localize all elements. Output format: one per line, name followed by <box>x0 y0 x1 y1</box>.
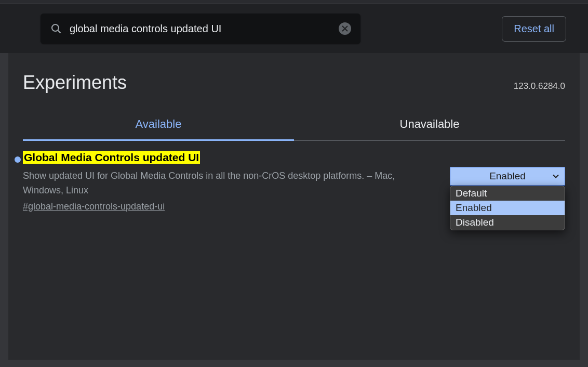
window-top-strip <box>0 0 588 4</box>
flag-title: Global Media Controls updated UI <box>23 151 200 164</box>
clear-search-button[interactable] <box>339 22 351 35</box>
close-icon <box>342 25 348 32</box>
flag-row: Global Media Controls updated UI Show up… <box>23 141 565 212</box>
modified-indicator-icon <box>15 156 21 163</box>
flag-main: Global Media Controls updated UI Show up… <box>23 151 450 212</box>
flag-description: Show updated UI for Global Media Control… <box>23 169 428 198</box>
search-input[interactable] <box>70 23 331 35</box>
svg-line-1 <box>58 30 60 33</box>
flag-control: Enabled Default Enabled Disabled <box>450 151 565 212</box>
flag-hash-link[interactable]: #global-media-controls-updated-ui <box>23 201 165 212</box>
tab-available[interactable]: Available <box>23 108 294 141</box>
experiments-panel: Experiments 123.0.6284.0 Available Unava… <box>8 53 580 360</box>
tabs: Available Unavailable <box>23 108 565 141</box>
option-enabled[interactable]: Enabled <box>450 201 565 215</box>
option-disabled[interactable]: Disabled <box>450 215 565 230</box>
top-bar: Reset all <box>0 4 588 53</box>
chevron-down-icon <box>552 173 559 180</box>
search-icon <box>50 22 62 35</box>
version-label: 123.0.6284.0 <box>514 81 565 91</box>
page-title: Experiments <box>23 72 127 94</box>
flag-select-value: Enabled <box>489 171 526 182</box>
search-box[interactable] <box>41 14 360 44</box>
reset-all-button[interactable]: Reset all <box>502 16 566 42</box>
flag-select[interactable]: Enabled <box>450 167 565 186</box>
option-default[interactable]: Default <box>450 186 565 201</box>
tab-unavailable[interactable]: Unavailable <box>294 108 565 141</box>
svg-point-0 <box>52 24 59 31</box>
flag-select-dropdown: Default Enabled Disabled <box>450 186 565 230</box>
panel-header: Experiments 123.0.6284.0 <box>23 68 565 108</box>
